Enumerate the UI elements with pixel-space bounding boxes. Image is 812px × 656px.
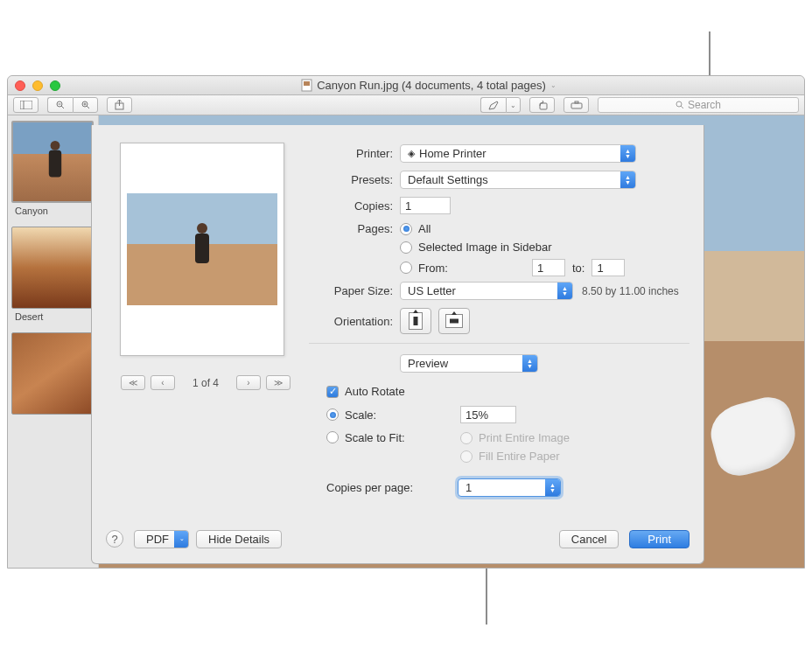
sidebar-thumb-2[interactable]: Desert (11, 227, 94, 322)
search-field[interactable]: Search (598, 97, 799, 113)
pdf-menu-button[interactable]: PDF ⌄ (134, 530, 189, 548)
zoom-in-button[interactable] (73, 97, 98, 113)
print-dialog: ≪ ‹ 1 of 4 › ≫ Printer: ◈ Home Printer ▲… (91, 125, 704, 564)
print-button[interactable]: Print (629, 530, 690, 548)
svg-rect-14 (540, 103, 547, 109)
page-indicator: 1 of 4 (180, 377, 231, 389)
pages-from-radio[interactable] (400, 262, 412, 274)
image-content (704, 392, 802, 481)
copies-input[interactable]: 1 (400, 197, 451, 214)
pages-to-input[interactable]: 1 (592, 259, 625, 276)
svg-rect-2 (20, 101, 32, 109)
pages-from-input[interactable]: 1 (532, 259, 565, 276)
orientation-landscape-button[interactable] (438, 308, 470, 334)
pages-all-label: All (418, 222, 430, 235)
scale-label: Scale: (345, 408, 460, 422)
zoom-window-button[interactable] (50, 80, 60, 91)
auto-rotate-label: Auto Rotate (345, 385, 405, 398)
svg-line-5 (61, 106, 64, 108)
scale-radio[interactable] (326, 408, 339, 421)
copies-per-page-select[interactable]: 1 ▲▼ (458, 478, 561, 497)
print-entire-image-label: Print Entire Image (479, 431, 570, 444)
pages-label: Pages: (309, 222, 400, 235)
printer-select[interactable]: ◈ Home Printer ▲▼ (400, 144, 636, 163)
pages-selected-label: Selected Image in Sidebar (418, 241, 551, 254)
cancel-button[interactable]: Cancel (559, 530, 619, 548)
printer-label: Printer: (309, 147, 400, 160)
toolbar: ⌄ Search (8, 95, 804, 115)
titlebar: Canyon Run.jpg (4 documents, 4 total pag… (8, 76, 804, 95)
pages-all-radio[interactable] (400, 223, 412, 235)
presets-label: Presets: (309, 173, 400, 186)
section-menu-select[interactable]: Preview ▲▼ (400, 354, 538, 373)
thumbnail-sidebar: Canyon Desert (8, 115, 99, 568)
scale-to-fit-radio[interactable] (326, 431, 339, 443)
last-page-button[interactable]: ≫ (266, 375, 290, 390)
orientation-portrait-button[interactable] (400, 308, 431, 334)
paper-size-label: Paper Size: (309, 284, 400, 297)
paper-dims: 8.50 by 11.00 inches (582, 285, 679, 297)
copies-per-page-label: Copies per page: (326, 481, 458, 494)
markup-menu-button[interactable]: ⌄ (506, 97, 521, 113)
title-dropdown-icon[interactable]: ⌄ (550, 81, 556, 89)
svg-rect-15 (571, 103, 582, 108)
copies-label: Copies: (309, 199, 400, 213)
markup-toggle-button[interactable] (480, 97, 506, 113)
sidebar-toggle-button[interactable] (13, 97, 38, 113)
print-entire-image-radio (460, 432, 472, 444)
hide-details-button[interactable]: Hide Details (196, 530, 282, 548)
prev-page-button[interactable]: ‹ (150, 375, 175, 390)
toolbox-button[interactable] (564, 97, 589, 113)
rotate-button[interactable] (529, 97, 555, 113)
scale-input[interactable]: 15% (460, 406, 516, 423)
next-page-button[interactable]: › (236, 375, 261, 390)
auto-rotate-checkbox[interactable]: ✓ (326, 386, 339, 398)
document-icon (301, 79, 312, 92)
first-page-button[interactable]: ≪ (121, 375, 145, 390)
fill-entire-paper-radio (460, 450, 472, 463)
svg-line-8 (87, 106, 89, 108)
presets-select[interactable]: Default Settings ▲▼ (400, 171, 636, 189)
close-window-button[interactable] (15, 80, 25, 91)
help-button[interactable]: ? (106, 530, 123, 548)
minimize-window-button[interactable] (32, 80, 43, 91)
svg-marker-13 (489, 101, 498, 109)
zoom-out-button[interactable] (47, 97, 73, 113)
window-title: Canyon Run.jpg (4 documents, 4 total pag… (317, 79, 546, 92)
svg-line-18 (681, 106, 683, 108)
paper-size-select[interactable]: US Letter ▲▼ (400, 282, 573, 300)
pages-to-label: to: (565, 262, 592, 275)
search-placeholder: Search (688, 99, 721, 111)
orientation-label: Orientation: (309, 315, 400, 328)
svg-rect-1 (304, 81, 310, 86)
scale-to-fit-label: Scale to Fit: (345, 431, 460, 444)
pages-selected-radio[interactable] (400, 241, 412, 254)
share-button[interactable] (107, 97, 132, 113)
print-preview-page (120, 143, 284, 356)
pages-from-label: From: (418, 262, 532, 275)
search-icon (676, 101, 684, 109)
sidebar-thumb-3[interactable] (11, 332, 94, 415)
svg-rect-16 (575, 101, 578, 103)
fill-entire-paper-label: Fill Entire Paper (479, 450, 559, 463)
sidebar-thumb-1[interactable]: Canyon (11, 121, 94, 216)
